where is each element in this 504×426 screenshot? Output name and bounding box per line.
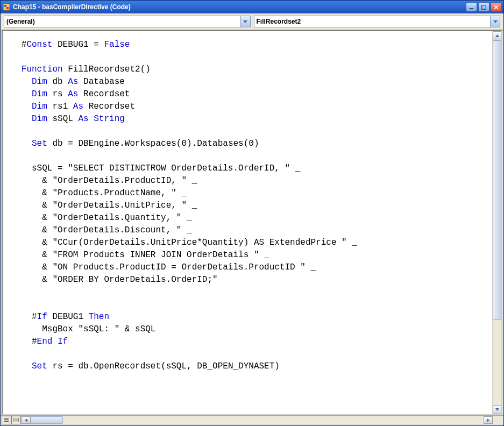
svg-marker-9 <box>495 34 499 37</box>
svg-marker-8 <box>493 20 498 23</box>
scroll-thumb[interactable] <box>493 40 501 320</box>
procedure-combo[interactable]: FillRecordset2 <box>254 16 501 27</box>
vertical-scrollbar[interactable] <box>492 31 501 414</box>
svg-rect-2 <box>6 7 9 9</box>
dropdown-row: (General) FillRecordset2 <box>1 13 503 30</box>
bottom-bar <box>1 415 503 425</box>
hscroll-thumb[interactable] <box>31 416 63 424</box>
object-combo-text: (General) <box>6 18 35 25</box>
svg-marker-7 <box>243 20 247 23</box>
svg-rect-12 <box>4 421 9 422</box>
code-window: Chap15 - basCompilerDirective (Code) (Ge… <box>0 0 504 426</box>
procedure-view-button[interactable] <box>2 416 11 424</box>
full-module-view-button[interactable] <box>11 416 21 424</box>
chevron-down-icon <box>240 16 250 27</box>
code-pane[interactable]: #Const DEBUG1 = False Function FillRecor… <box>3 31 492 414</box>
chevron-down-icon <box>490 16 500 27</box>
scroll-up-button[interactable] <box>493 31 501 40</box>
titlebar[interactable]: Chap15 - basCompilerDirective (Code) <box>1 1 503 13</box>
svg-rect-11 <box>4 418 9 420</box>
horizontal-scrollbar[interactable] <box>21 416 493 424</box>
close-button[interactable] <box>491 2 502 12</box>
window-title: Chap15 - basCompilerDirective (Code) <box>13 3 466 11</box>
editor-area: #Const DEBUG1 = False Function FillRecor… <box>2 30 502 415</box>
svg-rect-4 <box>482 5 486 9</box>
window-controls <box>466 2 502 12</box>
scroll-right-button[interactable] <box>484 416 493 424</box>
procedure-combo-text: FillRecordset2 <box>257 18 301 25</box>
maximize-button[interactable] <box>478 2 489 12</box>
svg-marker-15 <box>25 418 27 422</box>
vb-app-icon <box>2 3 11 11</box>
svg-marker-16 <box>487 418 489 422</box>
scroll-left-button[interactable] <box>22 416 31 424</box>
svg-rect-3 <box>470 8 473 9</box>
object-combo[interactable]: (General) <box>4 16 251 27</box>
scroll-down-button[interactable] <box>493 405 501 414</box>
hscroll-track[interactable] <box>31 416 484 424</box>
svg-marker-10 <box>495 408 499 411</box>
scroll-corner <box>493 416 502 424</box>
svg-rect-1 <box>4 5 6 7</box>
minimize-button[interactable] <box>466 2 477 12</box>
